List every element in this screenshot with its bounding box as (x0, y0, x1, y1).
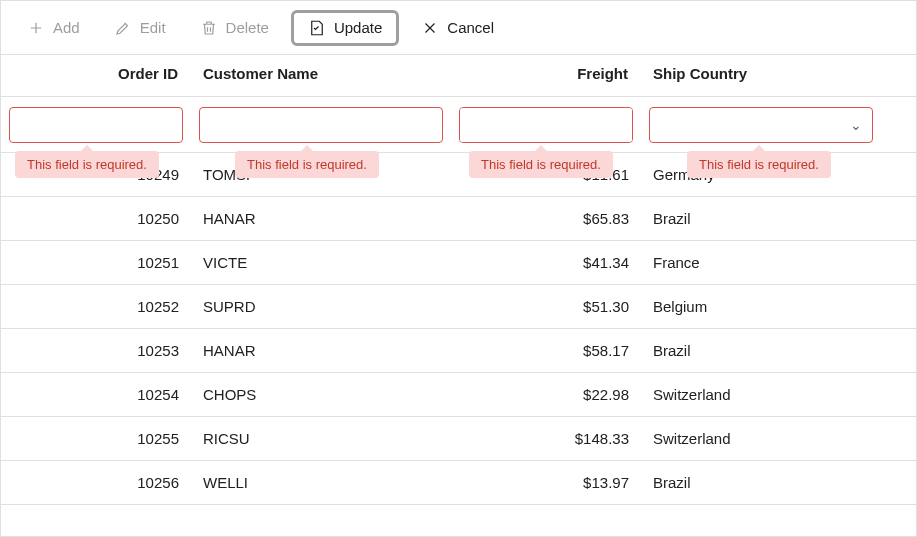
header-customer-name[interactable]: Customer Name (191, 55, 451, 96)
delete-label: Delete (226, 19, 269, 36)
data-grid: Add Edit Delete Update Cancel Order ID C… (0, 0, 917, 537)
customer-name-input[interactable] (208, 117, 434, 133)
cancel-label: Cancel (447, 19, 494, 36)
cell-freight: $51.30 (451, 298, 641, 315)
cell-country: Brazil (641, 474, 881, 491)
grid-body: 8 VINE 8 This field is required. (1, 97, 916, 536)
freight-input[interactable] (460, 108, 633, 142)
toolbar: Add Edit Delete Update Cancel (1, 1, 916, 55)
customer-name-input-wrap[interactable] (199, 107, 443, 143)
table-row[interactable]: 10252SUPRD$51.30Belgium (1, 285, 916, 329)
customer-name-error: This field is required. (235, 151, 379, 178)
cell-freight: $58.17 (451, 342, 641, 359)
table-row[interactable]: 10256WELLI$13.97Brazil (1, 461, 916, 505)
table-row[interactable]: 10253HANAR$58.17Brazil (1, 329, 916, 373)
edit-label: Edit (140, 19, 166, 36)
cell-customer: WELLI (191, 474, 451, 491)
order-id-input[interactable] (18, 117, 174, 133)
header-order-id[interactable]: Order ID (1, 55, 191, 96)
pencil-icon (114, 19, 132, 37)
delete-button: Delete (188, 11, 281, 45)
table-row[interactable]: 10255RICSU$148.33Switzerland (1, 417, 916, 461)
table-row[interactable]: 10254CHOPS$22.98Switzerland (1, 373, 916, 417)
cell-country: Brazil (641, 210, 881, 227)
cell-freight: $13.97 (451, 474, 641, 491)
cell-order-id: 10254 (1, 386, 191, 403)
update-label: Update (334, 19, 382, 36)
cell-country: Switzerland (641, 386, 881, 403)
cell-country: Belgium (641, 298, 881, 315)
cell-order-id: 10256 (1, 474, 191, 491)
ship-country-dropdown[interactable]: ⌄ (649, 107, 873, 143)
order-id-input-wrap[interactable] (9, 107, 183, 143)
cell-customer: CHOPS (191, 386, 451, 403)
edit-button: Edit (102, 11, 178, 45)
close-icon (421, 19, 439, 37)
trash-icon (200, 19, 218, 37)
save-check-icon (308, 19, 326, 37)
scroll-area[interactable]: 8 VINE 8 This field is required. (1, 97, 916, 536)
header-freight[interactable]: Freight (451, 55, 641, 96)
cell-country: Switzerland (641, 430, 881, 447)
cell-country: Brazil (641, 342, 881, 359)
cell-freight: $22.98 (451, 386, 641, 403)
cell-order-id: 10253 (1, 342, 191, 359)
table-row[interactable]: 10250HANAR$65.83Brazil (1, 197, 916, 241)
chevron-down-icon: ⌄ (850, 117, 862, 133)
add-button: Add (15, 11, 92, 45)
cell-customer: RICSU (191, 430, 451, 447)
update-button[interactable]: Update (291, 10, 399, 46)
cell-freight: $148.33 (451, 430, 641, 447)
header-ship-country[interactable]: Ship Country (641, 55, 881, 96)
cell-customer: HANAR (191, 342, 451, 359)
order-id-error: This field is required. (15, 151, 159, 178)
column-headers: Order ID Customer Name Freight Ship Coun… (1, 55, 916, 97)
cell-order-id: 10252 (1, 298, 191, 315)
cell-order-id: 10250 (1, 210, 191, 227)
add-label: Add (53, 19, 80, 36)
cell-freight: $41.34 (451, 254, 641, 271)
cell-customer: VICTE (191, 254, 451, 271)
cell-customer: HANAR (191, 210, 451, 227)
cell-customer: SUPRD (191, 298, 451, 315)
cell-country: France (641, 254, 881, 271)
freight-error: This field is required. (469, 151, 613, 178)
cell-order-id: 10251 (1, 254, 191, 271)
table-row[interactable]: 10251VICTE$41.34France (1, 241, 916, 285)
cell-freight: $65.83 (451, 210, 641, 227)
ship-country-error: This field is required. (687, 151, 831, 178)
plus-icon (27, 19, 45, 37)
edit-row: This field is required. This field is re… (1, 97, 916, 153)
cancel-button[interactable]: Cancel (409, 11, 506, 45)
cell-order-id: 10255 (1, 430, 191, 447)
freight-stepper[interactable]: ⌄ ⌃ (459, 107, 633, 143)
